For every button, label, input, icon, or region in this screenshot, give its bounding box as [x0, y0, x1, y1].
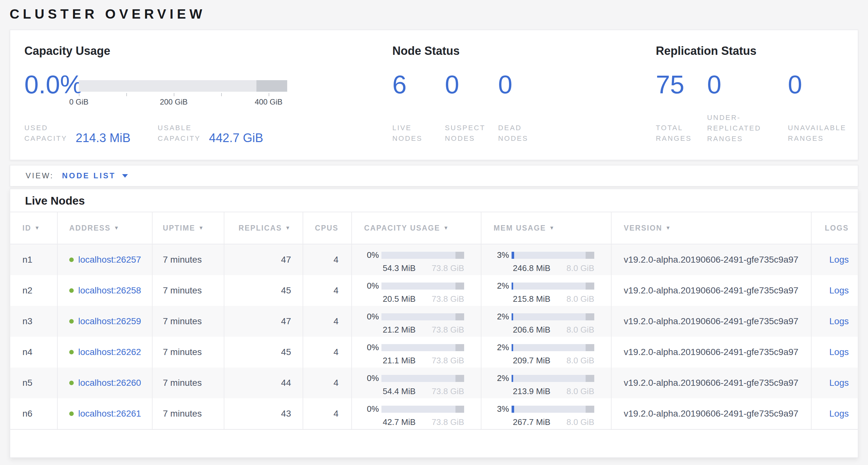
- column-header-logs: LOGS: [812, 212, 858, 244]
- capacity-used-value: 54.3 MiB: [383, 263, 416, 273]
- under-replicated-value: 0: [707, 71, 761, 98]
- table-row: n5 localhost:26260 7 minutes 44 4 0% 54.…: [10, 368, 858, 398]
- mem-total-value: 8.0 GiB: [566, 294, 594, 304]
- replication-status-title: Replication Status: [656, 44, 756, 58]
- column-header-uptime[interactable]: UPTIME▼: [153, 212, 224, 244]
- view-selected-value[interactable]: NODE LIST: [62, 171, 116, 180]
- node-address-link[interactable]: localhost:26260: [78, 378, 141, 388]
- logs-cell: Logs: [812, 368, 858, 398]
- capacity-total-value: 73.8 GiB: [432, 356, 464, 366]
- node-cpus: 4: [303, 337, 352, 368]
- mem-used-value: 215.8 MiB: [513, 294, 550, 304]
- dead-nodes-stat: 0 DEAD NODES: [498, 71, 528, 144]
- node-replicas: 47: [224, 244, 303, 275]
- node-version: v19.2.0-alpha.20190606-2491-gfe735c9a97: [612, 306, 812, 337]
- column-header-address[interactable]: ADDRESS▼: [58, 212, 153, 244]
- node-cpus: 4: [303, 368, 352, 398]
- mem-total-value: 8.0 GiB: [566, 417, 594, 427]
- node-id: n3: [10, 306, 58, 337]
- mem-used-value: 213.9 MiB: [513, 386, 550, 396]
- node-address-link[interactable]: localhost:26259: [78, 316, 141, 326]
- node-uptime: 7 minutes: [153, 368, 224, 398]
- unavailable-ranges-value: 0: [788, 71, 846, 98]
- used-capacity-label: USED CAPACITY: [24, 122, 67, 144]
- table-header: ID▼ ADDRESS▼ UPTIME▼ REPLICAS▼ CPUS CAPA…: [10, 212, 858, 244]
- suspect-nodes-stat: 0 SUSPECT NODES: [445, 71, 485, 144]
- sort-desc-icon: ▼: [198, 225, 204, 231]
- suspect-nodes-value: 0: [445, 71, 485, 98]
- logs-cell: Logs: [812, 275, 858, 306]
- column-header-id[interactable]: ID▼: [10, 212, 58, 244]
- capacity-bar-reserved-segment: [256, 80, 287, 92]
- mem-mini-bar: [512, 283, 594, 290]
- logs-link[interactable]: Logs: [829, 316, 849, 326]
- usable-capacity-stat: USABLE CAPACITY 442.7 GiB: [158, 122, 263, 144]
- node-version: v19.2.0-alpha.20190606-2491-gfe735c9a97: [612, 337, 812, 368]
- capacity-used-value: 20.5 MiB: [383, 294, 416, 304]
- table-row: n3 localhost:26259 7 minutes 47 4 0% 21.…: [10, 306, 858, 337]
- capacity-usage-cell: 0% 20.5 MiB73.8 GiB: [352, 275, 482, 306]
- mem-usage-cell: 2% 213.9 MiB8.0 GiB: [482, 368, 612, 398]
- view-bar: VIEW: NODE LIST: [10, 165, 858, 187]
- dead-nodes-value: 0: [498, 71, 528, 98]
- column-header-version[interactable]: VERSION▼: [612, 212, 812, 244]
- logs-link[interactable]: Logs: [829, 347, 849, 357]
- capacity-percent-label: 0%: [367, 281, 379, 291]
- mem-mini-bar: [512, 406, 594, 413]
- live-status-icon: [69, 411, 74, 416]
- logs-link[interactable]: Logs: [829, 409, 849, 419]
- capacity-usage-cell: 0% 21.2 MiB73.8 GiB: [352, 306, 482, 337]
- logs-cell: Logs: [812, 337, 858, 368]
- node-uptime: 7 minutes: [153, 275, 224, 306]
- table-row: n6 localhost:26261 7 minutes 43 4 0% 42.…: [10, 398, 858, 429]
- mem-usage-cell: 3% 246.8 MiB8.0 GiB: [482, 244, 612, 275]
- node-cpus: 4: [303, 275, 352, 306]
- node-replicas: 45: [224, 275, 303, 306]
- capacity-total-value: 73.8 GiB: [432, 325, 464, 335]
- dead-nodes-label: DEAD NODES: [498, 122, 528, 144]
- node-replicas: 43: [224, 398, 303, 429]
- node-status-section: Node Status 6 LIVE NODES 0 SUSPECT NODES…: [392, 30, 642, 160]
- capacity-total-value: 73.8 GiB: [432, 263, 464, 273]
- total-ranges-value: 75: [656, 71, 692, 98]
- capacity-mini-bar: [381, 313, 464, 320]
- column-header-replicas[interactable]: REPLICAS▼: [224, 212, 303, 244]
- node-replicas: 45: [224, 337, 303, 368]
- mem-used-value: 206.6 MiB: [513, 325, 550, 335]
- unavailable-ranges-label: UNAVAILABLE RANGES: [788, 122, 846, 144]
- column-header-cpus[interactable]: CPUS: [303, 212, 352, 244]
- live-nodes-title: Live Nodes: [25, 194, 858, 207]
- unavailable-ranges-stat: 0 UNAVAILABLE RANGES: [788, 71, 846, 144]
- capacity-percent-label: 0%: [367, 343, 379, 352]
- capacity-mini-bar: [381, 252, 464, 259]
- node-status-title: Node Status: [392, 44, 460, 58]
- node-address-link[interactable]: localhost:26261: [78, 409, 141, 419]
- node-address-link[interactable]: localhost:26258: [78, 285, 141, 296]
- axis-tick: [126, 93, 127, 96]
- node-address-cell: localhost:26258: [58, 275, 153, 306]
- live-nodes-label: LIVE NODES: [392, 122, 423, 144]
- view-selector-dropdown[interactable]: NODE LIST: [62, 171, 128, 180]
- column-header-mem-usage[interactable]: MEM USAGE▼: [482, 212, 612, 244]
- logs-link[interactable]: Logs: [829, 285, 849, 296]
- capacity-usage-cell: 0% 54.4 MiB73.8 GiB: [352, 368, 482, 398]
- replication-status-section: Replication Status 75 TOTAL RANGES 0 UND…: [656, 30, 855, 160]
- column-header-capacity-usage[interactable]: CAPACITY USAGE▼: [352, 212, 482, 244]
- node-uptime: 7 minutes: [153, 306, 224, 337]
- node-id: n2: [10, 275, 58, 306]
- live-status-icon: [69, 381, 74, 385]
- node-address-link[interactable]: localhost:26257: [78, 255, 141, 265]
- capacity-usage-cell: 0% 42.7 MiB73.8 GiB: [352, 398, 482, 429]
- node-version: v19.2.0-alpha.20190606-2491-gfe735c9a97: [612, 368, 812, 398]
- logs-cell: Logs: [812, 398, 858, 429]
- axis-tick: [174, 93, 174, 96]
- node-cpus: 4: [303, 244, 352, 275]
- capacity-total-value: 73.8 GiB: [432, 417, 464, 427]
- mem-mini-bar: [512, 313, 594, 320]
- node-address-link[interactable]: localhost:26262: [78, 347, 141, 357]
- mem-used-value: 246.8 MiB: [513, 263, 550, 273]
- live-nodes-panel: Live Nodes ID▼ ADDRESS▼ UPTIME▼ REPLICAS…: [10, 188, 858, 458]
- logs-link[interactable]: Logs: [829, 255, 849, 265]
- logs-link[interactable]: Logs: [829, 378, 849, 388]
- mem-percent-label: 2%: [497, 281, 509, 291]
